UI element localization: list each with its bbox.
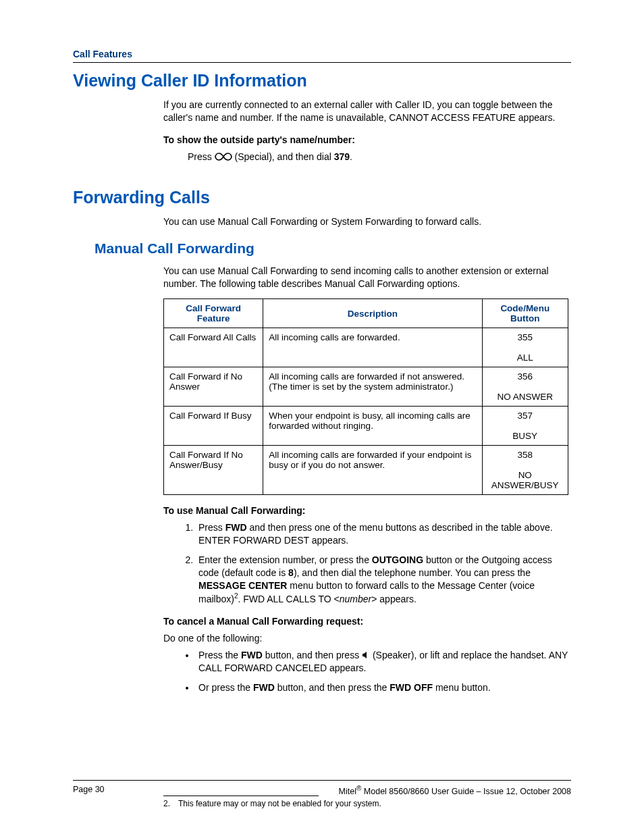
text: . [350, 151, 352, 162]
list-item: Enter the extension number, or press the… [196, 554, 571, 606]
text: Press [188, 151, 215, 162]
page-footer: Page 30 Mitel® Model 8560/8660 User Guid… [73, 780, 571, 796]
cell-desc: All incoming calls are forwarded. [263, 328, 482, 367]
footer-right: Mitel® Model 8560/8660 User Guide – Issu… [339, 785, 571, 796]
cell-desc: When your endpoint is busy, all incoming… [263, 407, 482, 446]
cell-code: 357BUSY [482, 407, 568, 446]
numbered-list: Press FWD and then press one of the menu… [181, 521, 571, 606]
text: button, and then press [263, 650, 362, 660]
cell-feature: Call Forward If Busy [164, 407, 263, 446]
cell-code: 355ALL [482, 328, 568, 367]
button-name: FWD [253, 682, 275, 693]
cell-desc: All incoming calls are forwarded if your… [263, 446, 482, 495]
menu-value: NO ANSWER/BUSY [491, 470, 559, 490]
doc-title: Model 8560/8660 User Guide – Issue 12, O… [361, 787, 571, 796]
col-header-description: Description [263, 299, 482, 328]
text: (Special), and then dial [232, 151, 334, 162]
instruction-heading: To use Manual Call Forwarding: [163, 504, 571, 517]
page-number: Page 30 [73, 785, 105, 796]
code-value: 355 [517, 332, 533, 342]
text: button, and then press the [275, 682, 390, 693]
col-header-feature: Call Forward Feature [164, 299, 263, 328]
button-name: FWD OFF [390, 682, 433, 693]
heading-forwarding-calls: Forwarding Calls [73, 188, 571, 207]
cell-desc: All incoming calls are forwarded if not … [263, 367, 482, 407]
brand-name: Mitel [339, 787, 356, 796]
list-item: Press FWD and then press one of the menu… [196, 521, 571, 547]
list-item: Or press the FWD button, and then press … [196, 681, 571, 694]
table-row: Call Forward All Calls All incoming call… [164, 328, 568, 367]
menu-value: BUSY [512, 431, 537, 441]
heading-viewing-caller-id: Viewing Caller ID Information [73, 71, 571, 90]
code-value: 358 [517, 450, 533, 460]
footnote-number: 2. [163, 799, 178, 810]
paragraph: Do one of the following: [163, 632, 571, 645]
code-value: 356 [517, 371, 533, 382]
dial-code: 379 [334, 151, 350, 162]
instruction-heading: To cancel a Manual Call Forwarding reque… [163, 615, 571, 628]
text: ), and then dial the telephone number. Y… [294, 567, 531, 578]
menu-value: ALL [517, 353, 533, 363]
cell-feature: Call Forward If No Answer/Busy [164, 446, 263, 495]
speaker-icon [362, 650, 370, 662]
text: > appears. [371, 594, 417, 604]
header-rule [73, 62, 571, 63]
infinity-icon [215, 151, 232, 164]
footer-rule [73, 780, 571, 781]
text: Or press the [198, 682, 253, 693]
button-name: FWD [225, 522, 247, 533]
instruction-step: Press (Special), and then dial 379. [188, 151, 571, 164]
instruction-heading: To show the outside party's name/number: [163, 134, 571, 147]
paragraph: If you are currently connected to an ext… [163, 99, 571, 124]
text: Press [198, 522, 225, 533]
cell-code: 358NO ANSWER/BUSY [482, 446, 568, 495]
menu-value: NO ANSWER [497, 392, 553, 402]
text: Enter the extension number, or press the [198, 554, 372, 565]
table-row: Call Forward If No Answer/Busy All incom… [164, 446, 568, 495]
text: and then press one of the menu buttons a… [198, 522, 553, 546]
cell-feature: Call Forward if No Answer [164, 367, 263, 407]
list-item: Press the FWD button, and then press (Sp… [196, 649, 571, 675]
paragraph: You can use Manual Call Forwarding or Sy… [163, 215, 571, 228]
text: . FWD ALL CALLS TO < [238, 594, 339, 604]
button-name: FWD [241, 650, 263, 660]
heading-manual-call-forwarding: Manual Call Forwarding [95, 240, 571, 257]
call-forward-table: Call Forward Feature Description Code/Me… [163, 298, 568, 495]
text: Press the [198, 650, 241, 660]
button-name: MESSAGE CENTER [198, 580, 287, 591]
bulleted-list: Press the FWD button, and then press (Sp… [181, 649, 571, 695]
placeholder-text: number [340, 594, 371, 604]
code-value: 357 [517, 411, 533, 421]
table-row: Call Forward if No Answer All incoming c… [164, 367, 568, 407]
button-name: OUTGOING [372, 554, 423, 565]
paragraph: You can use Manual Call Forwarding to se… [163, 265, 571, 290]
code-value: 8 [288, 567, 294, 578]
table-row: Call Forward If Busy When your endpoint … [164, 407, 568, 446]
footnote-text: This feature may or may not be enabled f… [178, 799, 381, 808]
section-label: Call Features [73, 49, 571, 59]
cell-code: 356NO ANSWER [482, 367, 568, 407]
table-header-row: Call Forward Feature Description Code/Me… [164, 299, 568, 328]
footnote: 2.This feature may or may not be enabled… [163, 799, 571, 810]
text: menu button. [433, 682, 491, 693]
cell-feature: Call Forward All Calls [164, 328, 263, 367]
col-header-code: Code/Menu Button [482, 299, 568, 328]
